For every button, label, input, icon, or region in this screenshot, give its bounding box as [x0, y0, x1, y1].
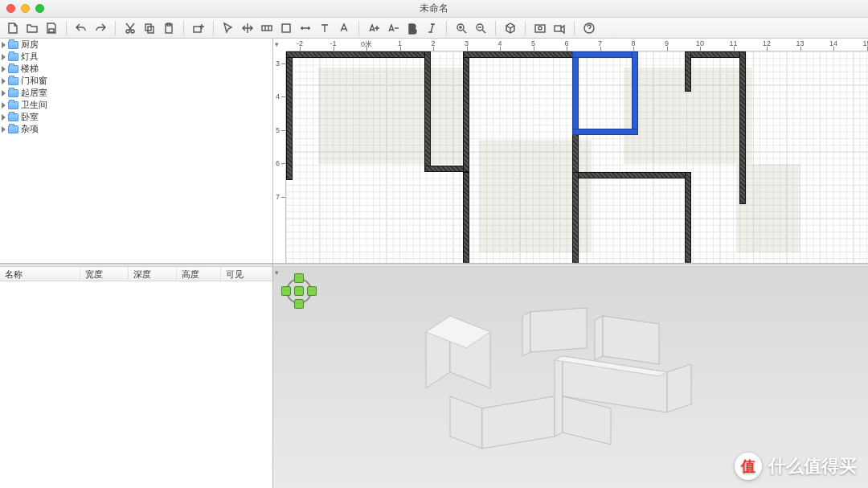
- minimize-window-button[interactable]: [21, 4, 30, 13]
- text-icon[interactable]: [317, 20, 333, 36]
- copy-icon[interactable]: [141, 20, 158, 36]
- expand-icon[interactable]: [2, 114, 6, 121]
- catalog-item[interactable]: 卧室: [0, 111, 272, 123]
- collapse-plan-icon[interactable]: ▾: [275, 40, 283, 48]
- view-3d[interactable]: ▾: [273, 267, 868, 488]
- col-depth[interactable]: 深度: [129, 267, 177, 281]
- wall-segment-selected[interactable]: [632, 51, 638, 132]
- catalog-item[interactable]: 厨房: [0, 39, 272, 51]
- catalog-item[interactable]: 杂项: [0, 123, 272, 135]
- wall-segment[interactable]: [286, 51, 293, 180]
- expand-icon[interactable]: [2, 66, 6, 72]
- wall-segment[interactable]: [572, 172, 691, 178]
- wall-icon[interactable]: [259, 20, 275, 36]
- bold-icon[interactable]: [404, 20, 420, 36]
- redo-icon[interactable]: [92, 20, 108, 36]
- svg-marker-27: [530, 307, 587, 351]
- add-furniture-icon[interactable]: [190, 20, 207, 36]
- wall-segment[interactable]: [424, 51, 431, 172]
- folder-icon: [8, 65, 18, 73]
- wall-segment-selected[interactable]: [572, 129, 638, 135]
- ruler-tick-label: 7: [598, 39, 602, 47]
- new-file-icon[interactable]: [5, 20, 21, 36]
- catalog-item[interactable]: 门和窗: [0, 75, 272, 87]
- wall-segment-selected[interactable]: [572, 51, 579, 132]
- close-window-button[interactable]: [6, 4, 15, 13]
- wall-segment[interactable]: [463, 51, 469, 172]
- expand-icon[interactable]: [2, 102, 6, 109]
- catalog-item[interactable]: 卫生间: [0, 99, 272, 111]
- increase-text-icon[interactable]: [366, 20, 382, 36]
- nav-up-button[interactable]: [294, 273, 304, 283]
- wall-segment[interactable]: [685, 51, 746, 58]
- nav-right-button[interactable]: [307, 286, 317, 296]
- zoom-out-icon[interactable]: [473, 20, 489, 36]
- furniture-catalog-tree[interactable]: 厨房灯具楼梯门和窗起居室卫生间卧室杂项: [0, 39, 272, 264]
- expand-icon[interactable]: [2, 90, 6, 96]
- col-name[interactable]: 名称: [0, 267, 80, 281]
- expand-icon[interactable]: [2, 126, 6, 133]
- folder-icon: [8, 101, 18, 109]
- 3d-nav-control[interactable]: [281, 273, 317, 309]
- catalog-item[interactable]: 楼梯: [0, 63, 272, 75]
- wall-segment[interactable]: [463, 51, 575, 58]
- expand-icon[interactable]: [2, 54, 6, 60]
- nav-center-button[interactable]: [294, 286, 304, 296]
- nav-down-button[interactable]: [294, 299, 304, 309]
- ruler-tick-label: 3: [276, 59, 280, 68]
- cut-icon[interactable]: [122, 20, 138, 36]
- pan-icon[interactable]: [240, 20, 256, 36]
- wall-segment[interactable]: [463, 172, 469, 264]
- furniture-list-body[interactable]: [0, 281, 272, 488]
- help-icon[interactable]: [581, 20, 597, 36]
- ruler-tick-label: 12: [763, 39, 771, 47]
- ruler-tick-label: 13: [796, 39, 804, 47]
- save-icon[interactable]: [43, 20, 59, 36]
- ruler-tick-label: 4: [497, 39, 502, 47]
- wall-segment[interactable]: [685, 51, 691, 92]
- room-icon[interactable]: [278, 20, 294, 36]
- zoom-in-icon[interactable]: [453, 20, 469, 36]
- toolbar-separator: [446, 21, 447, 35]
- background-image-hint: [736, 164, 800, 252]
- toolbar-separator: [358, 21, 359, 35]
- wall-segment[interactable]: [286, 51, 431, 58]
- decrease-text-icon[interactable]: [385, 20, 401, 36]
- undo-icon[interactable]: [73, 20, 89, 36]
- folder-icon: [8, 41, 18, 49]
- catalog-item-label: 门和窗: [21, 75, 47, 87]
- svg-rect-0: [49, 29, 54, 32]
- plan-2d-view[interactable]: ▾ 0米-1-2123456789101112131415 34567: [273, 39, 868, 264]
- catalog-item[interactable]: 灯具: [0, 51, 272, 63]
- toolbar-separator: [495, 21, 496, 35]
- italic-icon[interactable]: [424, 20, 440, 36]
- open-icon[interactable]: [24, 20, 40, 36]
- svg-point-13: [538, 27, 542, 30]
- photo-icon[interactable]: [532, 20, 548, 36]
- nav-left-button[interactable]: [281, 286, 291, 296]
- paste-icon[interactable]: [161, 20, 177, 36]
- ruler-tick-label: 7: [276, 193, 280, 201]
- expand-icon[interactable]: [2, 78, 6, 84]
- 3d-icon[interactable]: [502, 20, 518, 36]
- video-icon[interactable]: [551, 20, 567, 36]
- zoom-window-button[interactable]: [35, 4, 44, 13]
- ruler-tick-label: 15: [862, 39, 868, 47]
- col-width[interactable]: 宽度: [80, 267, 129, 281]
- wall-segment[interactable]: [739, 51, 746, 204]
- svg-marker-20: [555, 355, 563, 436]
- horizontal-ruler: 0米-1-2123456789101112131415: [286, 39, 868, 51]
- wall-segment[interactable]: [685, 172, 691, 264]
- col-visible[interactable]: 可见: [221, 267, 272, 281]
- wall-segment[interactable]: [572, 172, 579, 264]
- col-height[interactable]: 高度: [177, 267, 221, 281]
- right-column: ▾ 0米-1-2123456789101112131415 34567 ▾: [273, 39, 868, 488]
- dimension-icon[interactable]: [297, 20, 313, 36]
- wall-segment-selected[interactable]: [572, 51, 637, 58]
- ruler-tick-label: 14: [829, 39, 837, 47]
- text-style-icon[interactable]: [336, 20, 352, 36]
- select-icon[interactable]: [220, 20, 236, 36]
- catalog-item[interactable]: 起居室: [0, 87, 272, 99]
- expand-icon[interactable]: [2, 42, 6, 48]
- ruler-tick-label: 5: [276, 126, 280, 134]
